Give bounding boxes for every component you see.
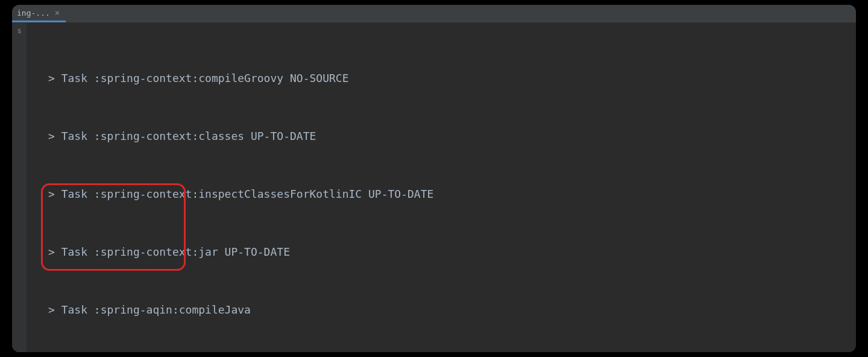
console-line: > Task :spring-context:classes UP-TO-DAT…: [48, 127, 849, 146]
console-line: > Task :spring-context:jar UP-TO-DATE: [48, 242, 849, 262]
tab-bar: ing-... ×: [12, 5, 856, 23]
tab-label: ing-...: [17, 8, 50, 17]
console-output[interactable]: > Task :spring-context:compileGroovy NO-…: [12, 23, 856, 352]
console-line: > Task :spring-context:inspectClassesFor…: [48, 185, 849, 204]
console-line: > Task :spring-aqin:compileJava: [48, 300, 849, 320]
console-line: > Task :spring-context:compileGroovy NO-…: [48, 69, 849, 88]
console-window: ing-... × s > Task :spring-context:compi…: [12, 5, 856, 352]
tab-run-config[interactable]: ing-... ×: [12, 5, 66, 22]
close-icon[interactable]: ×: [54, 8, 61, 17]
